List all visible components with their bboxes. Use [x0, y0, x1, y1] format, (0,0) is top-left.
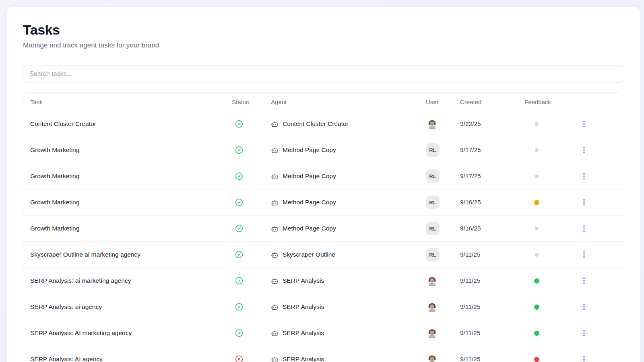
feedback-cell — [518, 278, 562, 284]
created-date: 9/11/25 — [460, 329, 481, 337]
column-header-feedback: Feedback — [518, 99, 562, 105]
check-circle-icon — [235, 146, 243, 154]
feedback-dot — [535, 148, 539, 152]
agent-name: SERP Analysis — [283, 356, 324, 362]
agent-name: Content Cluster Creator — [283, 120, 349, 128]
table-row[interactable]: Content Cluster Creator Content Cluster … — [23, 111, 624, 137]
status-cell — [225, 355, 264, 362]
user-cell: RL — [419, 222, 453, 235]
robot-icon — [271, 356, 279, 362]
actions-cell — [562, 354, 624, 362]
row-menu-button[interactable] — [581, 144, 587, 156]
status-cell — [225, 329, 264, 337]
row-menu-button[interactable] — [581, 301, 587, 313]
created-cell: 9/16/25 — [453, 199, 518, 206]
table-header-row: Task Status Agent User Created Feedback — [23, 93, 624, 111]
tasks-table: Task Status Agent User Created Feedback … — [23, 93, 624, 362]
table-row[interactable]: Growth Marketing Method Page Copy RL 9/1… — [23, 189, 624, 215]
agent-cell: Method Page Copy — [264, 173, 419, 180]
user-initials-avatar: RL — [426, 248, 440, 261]
feedback-dot — [535, 175, 539, 178]
agent-cell: SERP Analysis — [264, 329, 419, 337]
user-initials-avatar: RL — [426, 195, 440, 209]
status-cell — [225, 120, 264, 128]
agent-name: SERP Analysis — [283, 303, 324, 311]
created-cell: 9/17/25 — [453, 173, 518, 180]
agent-cell: Method Page Copy — [264, 225, 419, 232]
agent-cell: SERP Analysis — [264, 277, 419, 285]
robot-icon — [271, 329, 279, 337]
user-cell: RL — [419, 195, 453, 209]
feedback-cell — [518, 200, 562, 205]
row-menu-button[interactable] — [581, 249, 587, 260]
check-circle-icon — [235, 198, 243, 206]
actions-cell — [562, 223, 624, 234]
table-row[interactable]: SERP Analysis: ai agency SERP Analysis — [23, 294, 624, 320]
agent-cell: SERP Analysis — [264, 303, 419, 311]
robot-icon — [271, 146, 279, 154]
actions-cell — [562, 275, 624, 286]
feedback-cell — [518, 175, 562, 178]
task-cell: Growth Marketing — [23, 199, 225, 206]
created-cell: 9/11/25 — [453, 277, 518, 284]
task-cell: SERP Analysis: AI marketing agency — [23, 329, 225, 337]
table-row[interactable]: Growth Marketing Method Page Copy RL 9/1… — [23, 163, 624, 189]
row-menu-button[interactable] — [581, 223, 587, 234]
task-name: Skyscraper Outline ai marketing agency — [30, 251, 140, 258]
task-cell: Growth Marketing — [23, 173, 225, 180]
table-row[interactable]: Growth Marketing Method Page Copy RL 9/1… — [23, 215, 624, 241]
check-circle-icon — [235, 251, 243, 259]
table-row[interactable]: SERP Analysis: ai marketing agency SERP … — [23, 267, 624, 294]
actions-cell — [562, 327, 624, 339]
feedback-dot — [534, 357, 539, 362]
table-row[interactable]: SERP Analysis: AI agency SERP Analysis — [23, 346, 624, 362]
status-cell — [225, 303, 264, 311]
table-row[interactable]: SERP Analysis: AI marketing agency SERP … — [23, 320, 624, 346]
user-technologist-avatar — [426, 353, 438, 362]
column-header-agent: Agent — [264, 99, 419, 105]
agent-cell: Skyscraper Outline — [264, 251, 419, 259]
row-menu-button[interactable] — [581, 118, 587, 130]
row-menu-button[interactable] — [581, 275, 587, 286]
check-circle-icon — [235, 120, 243, 128]
user-cell: RL — [419, 143, 453, 157]
feedback-dot — [535, 122, 539, 126]
row-menu-button[interactable] — [581, 327, 587, 339]
agent-cell: Method Page Copy — [264, 199, 419, 206]
task-cell: Growth Marketing — [23, 146, 225, 154]
feedback-dot — [534, 278, 539, 284]
check-circle-icon — [235, 329, 243, 337]
agent-name: SERP Analysis — [283, 277, 324, 284]
check-circle-icon — [235, 303, 243, 311]
row-menu-button[interactable] — [581, 197, 587, 208]
table-row[interactable]: Growth Marketing Method Page Copy RL 9/1… — [23, 137, 624, 163]
search-input[interactable] — [23, 66, 624, 82]
feedback-cell — [518, 148, 562, 152]
user-cell — [419, 327, 453, 339]
column-header-created: Created — [453, 99, 518, 105]
created-cell: 9/11/25 — [453, 356, 518, 362]
agent-name: Method Page Copy — [283, 146, 336, 154]
actions-cell — [562, 144, 624, 156]
feedback-dot — [534, 304, 539, 310]
created-date: 9/11/25 — [460, 251, 481, 258]
column-header-user: User — [419, 99, 453, 105]
status-cell — [225, 251, 264, 259]
user-cell: RL — [419, 169, 453, 183]
status-cell — [225, 172, 264, 180]
row-menu-button[interactable] — [581, 171, 587, 182]
robot-icon — [271, 277, 279, 285]
feedback-cell — [518, 331, 562, 336]
user-cell — [419, 353, 453, 362]
robot-icon — [271, 251, 279, 259]
actions-cell — [562, 197, 624, 208]
robot-icon — [271, 199, 279, 206]
actions-cell — [562, 301, 624, 313]
table-row[interactable]: Skyscraper Outline ai marketing agency S… — [23, 241, 624, 267]
created-date: 9/11/25 — [460, 277, 481, 284]
row-menu-button[interactable] — [581, 354, 587, 362]
created-date: 9/17/25 — [460, 146, 481, 154]
status-cell — [225, 146, 264, 154]
task-name: SERP Analysis: ai marketing agency — [30, 277, 131, 284]
actions-cell — [562, 118, 624, 130]
